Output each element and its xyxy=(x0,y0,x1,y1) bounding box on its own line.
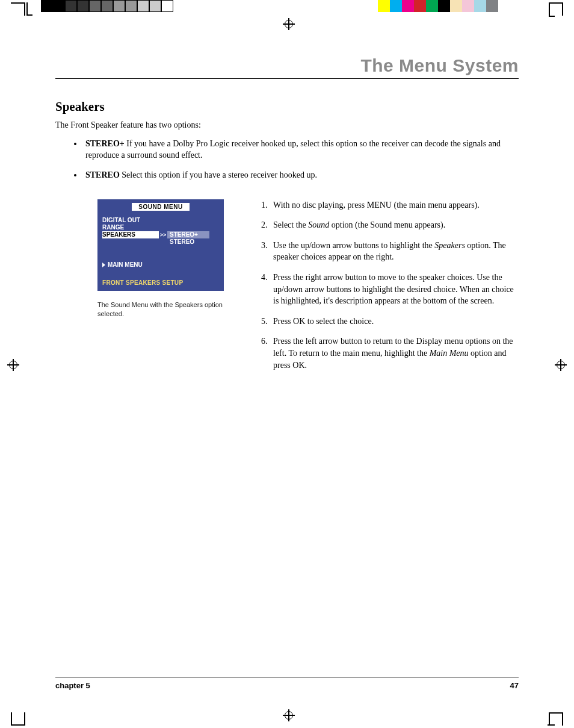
swatch xyxy=(113,0,125,12)
page-title: The Menu System xyxy=(55,55,519,78)
step: Press the left arrow button to return to… xyxy=(270,335,519,371)
bullet-lead: STEREO xyxy=(85,170,120,179)
header-rule xyxy=(55,78,519,79)
crop-mark-icon xyxy=(26,2,28,16)
bullet-text: Select this option if you have a stereo … xyxy=(120,170,317,179)
registration-target-icon xyxy=(555,359,567,371)
menu-item: RANGE xyxy=(102,224,159,231)
bullet-stereo-plus: STEREO+ If you have a Dolby Pro Logic re… xyxy=(83,138,519,161)
swatch xyxy=(390,0,402,12)
footer-rule xyxy=(55,677,519,677)
swatch xyxy=(89,0,101,12)
step: Press OK to select the choice. xyxy=(270,316,519,328)
menu-item: DIGITAL OUT xyxy=(102,217,159,224)
chapter-label: chapter 5 xyxy=(55,681,90,690)
swatch xyxy=(438,0,450,12)
swatch xyxy=(137,0,149,12)
menu-footer: FRONT SPEAKERS SETUP xyxy=(102,279,219,286)
swatch xyxy=(414,0,426,12)
sound-menu-figure: SOUND MENU DIGITAL OUT RANGE SPEAKERS >>… xyxy=(97,199,224,291)
swatch xyxy=(101,0,113,12)
swatch xyxy=(450,0,462,12)
step: Use the up/down arrow buttons to highlig… xyxy=(270,240,519,263)
bullet-stereo: STEREO Select this option if you have a … xyxy=(83,170,519,181)
bullet-lead: STEREO+ xyxy=(85,139,125,148)
printer-marks-top xyxy=(0,0,574,17)
swatch xyxy=(65,0,77,12)
procedure-steps: With no disc playing, press MENU (the ma… xyxy=(270,199,519,372)
option-bullets: STEREO+ If you have a Dolby Pro Logic re… xyxy=(83,138,519,181)
registration-target-icon xyxy=(283,18,295,30)
step: Select the Sound option (the Sound menu … xyxy=(270,219,519,231)
swatch xyxy=(378,0,390,12)
swatch xyxy=(161,0,173,12)
registration-target-icon xyxy=(7,359,19,371)
crop-mark-icon xyxy=(11,2,31,16)
swatch xyxy=(125,0,137,12)
swatch xyxy=(462,0,474,12)
menu-arrow-icon: >> xyxy=(159,231,167,238)
swatch xyxy=(53,0,65,12)
swatch xyxy=(402,0,414,12)
main-menu-label: MAIN MENU xyxy=(108,261,143,269)
triangle-right-icon xyxy=(102,263,105,267)
crop-mark-icon xyxy=(539,2,563,17)
grayscale-bar xyxy=(41,0,173,12)
page-number: 47 xyxy=(510,681,519,690)
swatch xyxy=(77,0,89,12)
color-bar xyxy=(378,0,498,12)
swatch xyxy=(474,0,486,12)
crop-mark-icon xyxy=(26,14,32,16)
swatch xyxy=(426,0,438,12)
swatch xyxy=(41,0,53,12)
section-heading: Speakers xyxy=(55,99,519,114)
main-menu-link: MAIN MENU xyxy=(102,261,219,269)
step: Press the right arrow button to move to … xyxy=(270,272,519,307)
step: With no disc playing, press MENU (the ma… xyxy=(270,199,519,211)
bullet-text: If you have a Dolby Pro Logic receiver h… xyxy=(85,139,501,160)
crop-mark-icon xyxy=(11,711,35,726)
page-footer: chapter 5 47 xyxy=(55,677,519,690)
menu-option: STEREO xyxy=(167,238,209,246)
crop-mark-icon xyxy=(539,711,563,726)
menu-item-selected: SPEAKERS xyxy=(102,231,159,238)
swatch xyxy=(149,0,161,12)
intro-text: The Front Speaker feature has two option… xyxy=(55,120,519,130)
menu-title: SOUND MENU xyxy=(132,203,190,211)
menu-option-highlight: STEREO+ xyxy=(167,231,209,238)
registration-target-icon xyxy=(283,709,295,721)
swatch xyxy=(486,0,498,12)
figure-caption: The Sound Menu with the Speakers option … xyxy=(97,300,224,319)
page-content: The Menu System Speakers The Front Speak… xyxy=(55,55,519,379)
